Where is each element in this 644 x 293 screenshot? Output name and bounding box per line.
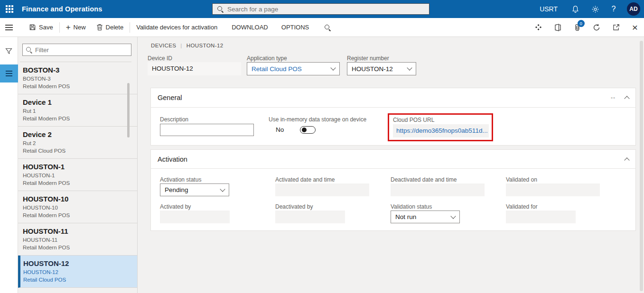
device-id-label: Device ID: [148, 55, 172, 62]
bell-icon: [571, 5, 579, 13]
application-type-label: Application type: [247, 55, 287, 62]
attachments-button[interactable]: 0: [574, 24, 580, 31]
trash-icon: [96, 24, 103, 31]
description-label: Description: [160, 116, 188, 123]
waffle-icon: [6, 5, 13, 13]
description-input[interactable]: [160, 124, 254, 136]
activation-status-dropdown[interactable]: Pending: [160, 183, 229, 196]
action-bar: Save + New Delete Validate devices for a…: [0, 18, 644, 37]
attachments-count-badge: 0: [578, 20, 585, 27]
storage-label: Use in-memory data storage on device: [269, 116, 366, 123]
cloud-pos-url-field[interactable]: https://demo365fnops0ab511d...: [393, 124, 489, 137]
app-launcher-button[interactable]: [0, 0, 19, 18]
filter-pane-button[interactable]: [5, 47, 13, 55]
list-item-device-2[interactable]: Device 2 Rut 2 Retail Cloud POS: [18, 127, 137, 159]
options-menu[interactable]: OPTIONS: [276, 18, 315, 37]
delete-button[interactable]: Delete: [91, 18, 129, 37]
list-view-button[interactable]: [0, 64, 18, 82]
search-icon: [26, 46, 32, 53]
item-title: Device 2: [23, 130, 134, 138]
register-number-dropdown[interactable]: HOUSTON-12: [347, 62, 416, 75]
search-icon: [324, 24, 331, 31]
breadcrumb-section[interactable]: DEVICES: [151, 43, 176, 48]
refresh-button[interactable]: [593, 24, 600, 31]
user-avatar[interactable]: AD: [627, 2, 640, 16]
refresh-icon: [593, 24, 600, 31]
activation-section-header[interactable]: Activation: [151, 150, 635, 169]
nav-menu-button[interactable]: [0, 18, 18, 37]
device-form: DEVICES | HOUSTON-12 Device ID HOUSTON-1…: [138, 37, 644, 293]
collapse-chevron-icon[interactable]: [624, 96, 629, 101]
popout-icon: [613, 24, 620, 31]
list-item-device-1[interactable]: Device 1 Rut 1 Retail Modern POS: [18, 94, 137, 127]
open-in-new-window-button[interactable]: [613, 24, 620, 31]
new-button[interactable]: + New: [61, 18, 91, 37]
list-item-houston-11[interactable]: HOUSTON-11 HOUSTON-11 Retail Modern POS: [18, 223, 137, 256]
chevron-down-icon: [407, 65, 412, 70]
separator: [59, 22, 60, 33]
notifications-button[interactable]: [569, 5, 581, 13]
company-selector[interactable]: USRT: [540, 5, 558, 13]
item-title: HOUSTON-10: [23, 195, 134, 203]
validation-status-dropdown[interactable]: Not run: [391, 211, 460, 223]
breadcrumb-record: HOUSTON-12: [187, 43, 224, 48]
deactivated-datetime-field: [391, 183, 485, 196]
chevron-down-icon: [220, 186, 225, 192]
register-number-label: Register number: [347, 55, 389, 62]
storage-toggle[interactable]: [300, 126, 316, 134]
open-in-office-button[interactable]: [554, 24, 561, 31]
item-title: Device 1: [23, 98, 134, 106]
help-button[interactable]: ?: [609, 5, 618, 13]
activation-title: Activation: [158, 156, 187, 163]
save-button[interactable]: Save: [24, 18, 58, 37]
actionbar-search-button[interactable]: [319, 18, 336, 37]
filter-funnel-icon: [5, 47, 13, 55]
plus-icon: +: [66, 24, 71, 31]
item-title: HOUSTON-1: [23, 163, 134, 171]
item-title: HOUSTON-12: [23, 259, 134, 267]
main-scrollbar[interactable]: [640, 41, 643, 291]
application-type-value: Retail Cloud POS: [252, 65, 302, 73]
item-type: Retail Modern POS: [23, 212, 134, 218]
chevron-down-icon: [330, 65, 336, 70]
deactivated-by-field: [275, 211, 345, 223]
top-navigation-bar: Finance and Operations USRT ? AD: [0, 0, 644, 18]
list-filter-box[interactable]: [22, 44, 131, 56]
cloud-pos-url-annotation-box: Cloud POS URL https://demo365fnops0ab511…: [388, 113, 493, 141]
validated-on-label: Validated on: [506, 176, 537, 183]
item-subtitle: BOSTON-3: [23, 76, 134, 82]
deactivated-by-label: Deactivated by: [275, 203, 313, 210]
close-icon: ×: [632, 24, 638, 31]
list-item-houston-12-selected[interactable]: HOUSTON-12 HOUSTON-12 Retail Cloud POS: [18, 256, 137, 288]
delete-label: Delete: [106, 24, 124, 31]
item-type: Retail Cloud POS: [23, 277, 134, 283]
download-menu[interactable]: DOWNLOAD: [226, 18, 273, 37]
validate-devices-button[interactable]: Validate devices for activation: [131, 18, 223, 37]
activated-by-label: Activated by: [160, 203, 191, 210]
activated-datetime-field: [275, 183, 369, 196]
cloud-pos-url-link[interactable]: https://demo365fnops0ab511d...: [393, 124, 489, 137]
validated-for-label: Validated for: [506, 203, 538, 210]
item-subtitle: HOUSTON-12: [23, 269, 134, 275]
activated-datetime-label: Activated date and time: [275, 176, 335, 183]
list-item-houston-1[interactable]: HOUSTON-1 HOUSTON-1 Retail Modern POS: [18, 159, 137, 191]
personalize-button[interactable]: [535, 24, 542, 31]
toggle-knob: [302, 128, 307, 132]
page-search-input[interactable]: [227, 6, 429, 13]
list-item-boston-3[interactable]: BOSTON-3 BOSTON-3 Retail Modern POS: [18, 62, 137, 94]
breadcrumb-separator: |: [180, 43, 182, 48]
page-search-box[interactable]: [212, 3, 429, 15]
close-page-button[interactable]: ×: [632, 24, 638, 31]
separator: [130, 22, 130, 33]
list-item-houston-10[interactable]: HOUSTON-10 HOUSTON-10 Retail Modern POS: [18, 191, 137, 223]
collapse-chevron-icon[interactable]: [624, 157, 629, 163]
list-icon: [6, 71, 12, 72]
general-section-header[interactable]: General --: [151, 88, 635, 108]
validation-status-value: Not run: [395, 213, 416, 220]
sidebar-scrollbar[interactable]: [127, 83, 130, 137]
list-filter-input[interactable]: [35, 46, 128, 54]
application-type-dropdown[interactable]: Retail Cloud POS: [247, 62, 340, 75]
save-icon: [29, 24, 36, 31]
register-number-value: HOUSTON-12: [352, 65, 393, 73]
settings-button[interactable]: [589, 5, 601, 13]
